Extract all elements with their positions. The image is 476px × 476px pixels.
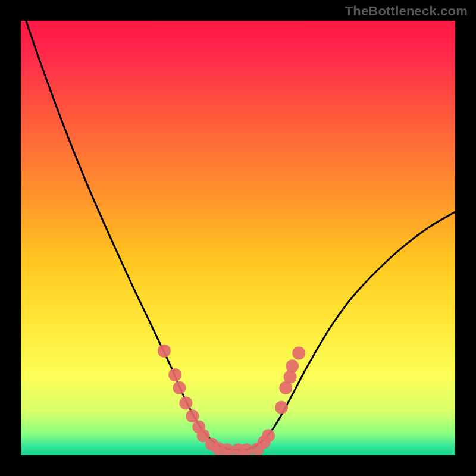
data-point xyxy=(173,381,186,394)
data-point xyxy=(179,396,192,409)
plot-area xyxy=(21,21,455,455)
bottleneck-curve xyxy=(21,21,455,455)
curve-path xyxy=(26,21,455,450)
data-point xyxy=(292,346,305,359)
data-point xyxy=(158,345,171,358)
data-point xyxy=(284,371,297,384)
chart-container: TheBottleneck.com xyxy=(0,0,476,476)
watermark-text: TheBottleneck.com xyxy=(345,4,468,19)
data-point xyxy=(186,409,199,422)
data-point xyxy=(286,359,299,372)
data-point xyxy=(275,401,288,414)
data-point xyxy=(258,436,271,449)
data-point xyxy=(168,368,181,381)
